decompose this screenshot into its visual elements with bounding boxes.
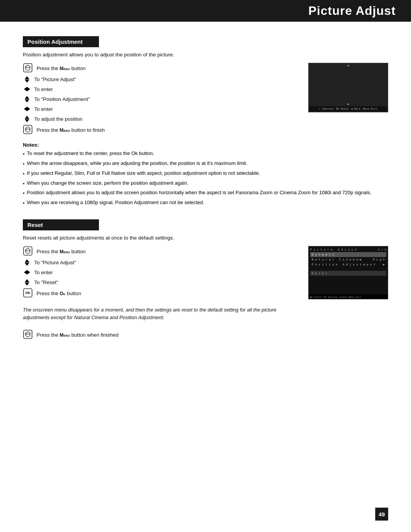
screen-bar-back: ◀ Back: [351, 107, 360, 110]
svg-text:MENU: MENU: [25, 128, 30, 130]
screen-page-num: 3 / 3: [378, 248, 386, 251]
step-text: Press the Menu button: [37, 66, 86, 71]
screen-row-label: R e s e t: [312, 272, 327, 275]
position-adjustment-section: Position Adjustment Position adjustment …: [23, 29, 388, 207]
note-bullet: •: [23, 161, 25, 168]
step-row: To adjust the position: [23, 115, 301, 123]
position-adjustment-desc: Position adjustment allows you to adjust…: [23, 52, 388, 58]
step-text: To enter: [34, 106, 53, 112]
step-text: To "Picture Adjust": [34, 260, 76, 265]
screen-row-label: P o s i t i o n A d j u s t m e n t: [312, 263, 375, 266]
step-text: Press the Menu button to finish: [37, 127, 105, 133]
updown-icon: [23, 115, 31, 122]
notes-title: Notes:: [23, 142, 388, 148]
ok-button-icon: OK: [23, 288, 33, 299]
note-bullet: •: [23, 190, 25, 197]
position-steps: MENU Press the Menu button To "Picture A…: [23, 63, 301, 137]
step-text: Press the Menu button when finished: [37, 332, 118, 338]
screen-row-value: ▶: [383, 263, 385, 266]
note-item: • If you select Regular, Slim, Full or F…: [23, 170, 388, 178]
note-bullet: •: [23, 181, 25, 188]
bar-select: ▲▼ Select: [310, 296, 322, 298]
menu-button-icon: MENU: [23, 63, 33, 73]
screen-row-label: D y n a m i c: [312, 253, 334, 256]
page-title: Picture Adjust: [308, 4, 396, 18]
svg-text:OK: OK: [25, 291, 30, 295]
main-content: Position Adjustment Position adjustment …: [0, 22, 411, 357]
updown-icon: [23, 279, 31, 286]
reset-desc: Reset resets all picture adjustments at …: [23, 235, 388, 241]
note-item: • To reset the adjustment to the center,…: [23, 150, 388, 158]
screen-menu-row-reset: R e s e t: [310, 271, 386, 276]
note-text: When you change the screen size, perform…: [27, 180, 188, 188]
page-number-box: 49: [375, 508, 388, 521]
screen-menu-row-dynamic: D y n a m i c: [310, 252, 386, 257]
note-text: Position adjustment allows you to adjust…: [27, 189, 371, 197]
step-row: OK Press the Ok button: [23, 288, 301, 299]
note-text: When you are receiving a 1080p signal, P…: [27, 199, 204, 207]
step-text: To adjust the position: [34, 116, 83, 122]
leftright-icon: [23, 86, 31, 93]
screen-title-text: P i c t u r e A d j u s t: [310, 248, 357, 251]
reset-steps: MENU Press the Menu button To "Picture A…: [23, 246, 301, 324]
note-text: To reset the adjustment to the center, p…: [27, 150, 155, 158]
step-text: To enter: [34, 86, 53, 92]
screen-row-value: H i g h: [373, 258, 385, 261]
note-item: • When the arrow disappears, while you a…: [23, 160, 388, 168]
reset-header: Reset: [23, 219, 99, 230]
step-text: To enter: [34, 270, 53, 275]
bar-back: ◀ Back: [339, 296, 347, 298]
step-text: Press the Ok button: [37, 291, 81, 296]
step-row: MENU Press the Menu button: [23, 246, 301, 257]
leftright-icon: [23, 105, 31, 112]
step-text: To "Position Adjustment": [34, 96, 90, 102]
page-title-bar: Picture Adjust: [0, 0, 411, 22]
notes-section: Notes: • To reset the adjustment to the …: [23, 142, 388, 207]
note-text: If you select Regular, Slim, Full or Ful…: [27, 170, 260, 178]
reset-screen-mockup: P i c t u r e A d j u s t 3 / 3 D y n a …: [308, 246, 388, 299]
step-row: MENU Press the Menu button to finish: [23, 125, 301, 135]
menu-button-icon: MENU: [23, 125, 33, 135]
updown-icon: [23, 259, 31, 266]
step-row: MENU Press the Menu button: [23, 63, 301, 73]
bar-operate: OK Operate: [324, 296, 338, 298]
screen-menu-row-position: P o s i t i o n A d j u s t m e n t ▶: [310, 262, 386, 267]
screen-bar-reset: OK Reset: [336, 107, 349, 110]
position-adjustment-header: Position Adjustment: [23, 36, 99, 47]
reset-section: Reset Reset resets all picture adjustmen…: [23, 212, 388, 340]
step-text: To "Reset": [34, 280, 58, 285]
reset-instruction-block: MENU Press the Menu button To "Picture A…: [23, 246, 388, 324]
note-item: • When you change the screen size, perfo…: [23, 180, 388, 188]
screen-menu-title: P i c t u r e A d j u s t 3 / 3: [310, 248, 386, 251]
svg-text:MENU: MENU: [25, 67, 30, 69]
step-row: To enter: [23, 105, 301, 113]
svg-text:MENU: MENU: [25, 250, 30, 252]
position-screen-mockup: ✦ Operate OK Reset ◀ Back Menu Exit: [308, 63, 388, 112]
step-row: To "Picture Adjust": [23, 75, 301, 83]
screen-menu-row-natural: N a t u r a l C i n e m a ▶ H i g h: [310, 257, 386, 262]
screen-menu-bar: ▲▼ Select OK Operate ◀ Back Menu Exit: [309, 294, 388, 299]
note-text: When the arrow disappears, while you are…: [27, 160, 247, 168]
leftright-icon: [23, 269, 31, 276]
bar-menu: Menu Exit: [349, 296, 361, 298]
note-item: • When you are receiving a 1080p signal,…: [23, 199, 388, 207]
screen-bar-menu: Menu Exit: [363, 107, 378, 110]
screen-bar-operate: ✦ Operate: [319, 107, 334, 110]
note-bullet: •: [23, 171, 25, 178]
step-row: To "Position Adjustment": [23, 95, 301, 103]
step-row: To enter: [23, 268, 301, 276]
screen-row-label: N a t u r a l C i n e m a ▶: [312, 258, 362, 261]
updown-icon: [23, 76, 31, 83]
updown-icon: [23, 96, 31, 102]
step-row: To "Picture Adjust": [23, 258, 301, 267]
page-number: 49: [379, 511, 385, 518]
menu-button-icon: MENU: [23, 246, 33, 257]
step-row: To enter: [23, 85, 301, 93]
svg-text:MENU: MENU: [25, 333, 30, 335]
note-item: • Position adjustment allows you to adju…: [23, 189, 388, 197]
menu-button-icon: MENU: [23, 329, 33, 340]
reset-final-step: MENU Press the Menu button when finished: [23, 329, 388, 340]
position-instruction-block: MENU Press the Menu button To "Picture A…: [23, 63, 388, 137]
reset-italic-text: The onscreen menu disappears for a momen…: [23, 306, 301, 321]
note-bullet: •: [23, 200, 25, 207]
